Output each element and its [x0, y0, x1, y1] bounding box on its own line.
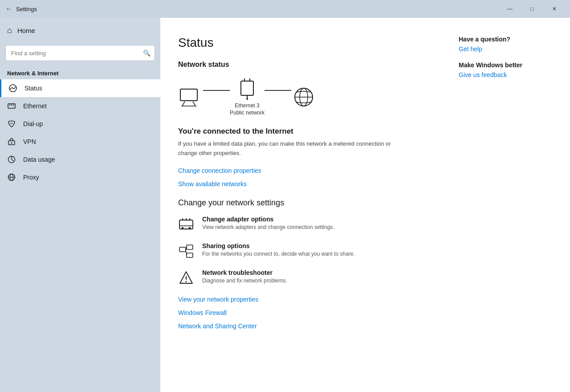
- ethernet-icon: [7, 102, 17, 110]
- adapter-text: Change adapter options View network adap…: [202, 216, 334, 230]
- svg-rect-32: [187, 253, 193, 257]
- computer-node: [178, 86, 203, 108]
- svg-rect-25: [182, 227, 183, 229]
- adapter-icon: [178, 216, 194, 233]
- line2: [265, 90, 291, 91]
- sidebar-item-label-ethernet: Ethernet: [23, 102, 47, 110]
- sharing-desc: For the networks you connect to, decide …: [202, 251, 355, 257]
- svg-line-13: [193, 102, 195, 106]
- sidebar-item-dialup[interactable]: Dial-up: [0, 115, 160, 133]
- internet-node: [291, 86, 316, 108]
- svg-point-37: [186, 281, 187, 282]
- search-box: 🔍: [5, 45, 155, 61]
- sidebar-item-label-datausage: Data usage: [23, 156, 55, 163]
- dialup-icon: [7, 119, 17, 128]
- home-icon: ⌂: [7, 26, 12, 35]
- svg-line-34: [186, 250, 187, 255]
- globe-icon: [291, 86, 316, 108]
- sidebar-item-datausage[interactable]: Data usage: [0, 151, 160, 168]
- app-body: ⌂ Home 🔍 Network & Internet Status: [0, 18, 570, 392]
- svg-rect-15: [241, 81, 253, 95]
- give-feedback-link[interactable]: Give us feedback: [459, 71, 548, 78]
- sidebar-item-label-proxy: Proxy: [23, 174, 39, 181]
- svg-point-6: [11, 143, 12, 144]
- svg-rect-11: [180, 89, 197, 101]
- change-settings-title: Change your network settings: [178, 198, 548, 208]
- sidebar-home-button[interactable]: ⌂ Home: [0, 18, 160, 43]
- adapter-title: Change adapter options: [202, 216, 334, 223]
- ethernet-label: Ethernet 3 Public network: [230, 102, 265, 116]
- troubleshooter-icon: [178, 270, 194, 286]
- svg-rect-26: [189, 227, 191, 229]
- proxy-icon: [7, 173, 17, 182]
- sharing-text: Sharing options For the networks you con…: [202, 242, 355, 257]
- sidebar-item-proxy[interactable]: Proxy: [0, 168, 160, 186]
- svg-point-19: [246, 98, 248, 100]
- router-icon: [235, 78, 260, 100]
- svg-rect-23: [179, 220, 193, 229]
- svg-rect-31: [187, 245, 193, 249]
- view-properties-link[interactable]: View your network properties: [178, 296, 548, 303]
- close-button[interactable]: ✕: [544, 2, 565, 16]
- svg-line-12: [182, 102, 185, 106]
- troubleshooter-text: Network troubleshooter Diagnose and fix …: [202, 269, 287, 284]
- right-panel-make: Make Windows better: [459, 61, 548, 69]
- sidebar-item-vpn[interactable]: VPN: [0, 133, 160, 151]
- get-help-link[interactable]: Get help: [459, 45, 548, 53]
- troubleshooter-desc: Diagnose and fix network problems.: [202, 278, 287, 284]
- connected-title: You're connected to the Internet: [178, 127, 548, 136]
- app-title: Settings: [16, 6, 37, 12]
- sharing-icon: [178, 243, 194, 259]
- sidebar-item-label-vpn: VPN: [23, 138, 36, 145]
- sidebar-item-label-status: Status: [24, 85, 42, 92]
- content-area: Have a question? Get help Make Windows b…: [160, 18, 570, 392]
- sidebar-item-status[interactable]: Status: [0, 79, 160, 97]
- maximize-button[interactable]: □: [522, 2, 542, 16]
- sidebar-section-title: Network & Internet: [0, 66, 160, 79]
- titlebar: ← Settings — □ ✕: [0, 0, 570, 18]
- sidebar-item-ethernet[interactable]: Ethernet: [0, 97, 160, 115]
- svg-rect-30: [179, 247, 186, 252]
- window-controls: — □ ✕: [500, 2, 565, 16]
- sidebar: ⌂ Home 🔍 Network & Internet Status: [0, 18, 160, 392]
- troubleshooter-title: Network troubleshooter: [202, 269, 287, 276]
- router-node: Ethernet 3 Public network: [230, 78, 265, 116]
- show-networks-link[interactable]: Show available networks: [178, 180, 548, 188]
- back-icon[interactable]: ←: [5, 5, 12, 13]
- sidebar-item-label-dialup: Dial-up: [23, 120, 43, 127]
- adapter-desc: View network adapters and change connect…: [202, 224, 334, 230]
- search-input[interactable]: [5, 45, 155, 61]
- computer-icon: [178, 86, 203, 108]
- change-connection-link[interactable]: Change connection properties: [178, 167, 548, 174]
- sidebar-home-label: Home: [17, 27, 35, 34]
- sharing-options-item: Sharing options For the networks you con…: [178, 242, 548, 259]
- right-panel-question: Have a question?: [459, 36, 548, 43]
- line1: [203, 90, 230, 91]
- sharing-center-link[interactable]: Network and Sharing Center: [178, 323, 548, 330]
- status-icon: [8, 84, 18, 93]
- right-panel: Have a question? Get help Make Windows b…: [459, 36, 548, 87]
- datausage-icon: [7, 155, 17, 164]
- search-icon: 🔍: [143, 49, 151, 57]
- sharing-title: Sharing options: [202, 242, 355, 249]
- minimize-button[interactable]: —: [500, 2, 520, 16]
- vpn-icon: [7, 137, 17, 146]
- adapter-options-item: Change adapter options View network adap…: [178, 216, 548, 233]
- troubleshooter-item: Network troubleshooter Diagnose and fix …: [178, 269, 548, 286]
- windows-firewall-link[interactable]: Windows Firewall: [178, 309, 548, 316]
- connected-desc: If you have a limited data plan, you can…: [178, 139, 401, 158]
